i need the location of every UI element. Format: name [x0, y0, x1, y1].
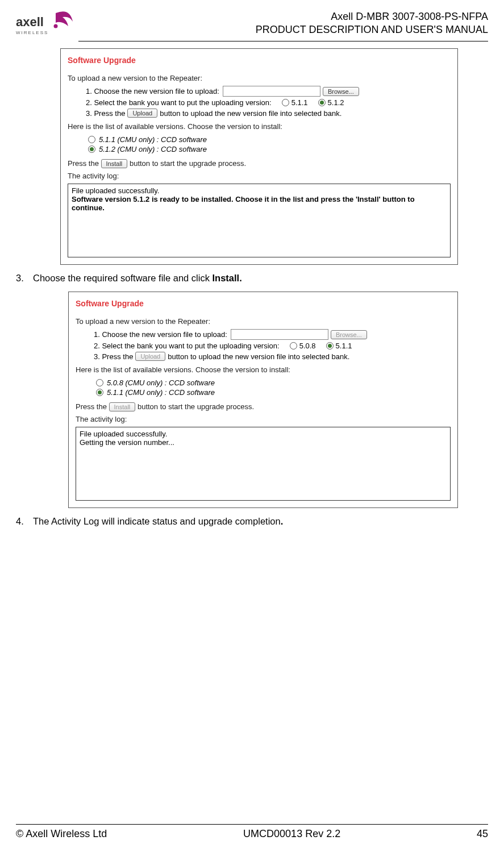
step-1-label: 1. Choose the new version file to upload…: [94, 330, 227, 339]
step-number: 3.: [16, 273, 33, 284]
step-3-pre: 3. Press the: [86, 109, 125, 118]
press-pre: Press the: [76, 402, 107, 411]
step-3-pre: 3. Press the: [94, 352, 133, 361]
browse-button[interactable]: Browse...: [323, 87, 359, 96]
svg-point-2: [54, 24, 58, 28]
bank-radio-b[interactable]: [326, 342, 334, 350]
svg-text:axell: axell: [16, 15, 44, 29]
doc-title: PRODUCT DESCRIPTION AND USER'S MANUAL: [256, 23, 488, 36]
version-list: 5.1.1 (CMU only) : CCD software 5.1.2 (C…: [88, 135, 451, 153]
version-radio[interactable]: [88, 136, 95, 143]
version-list: 5.0.8 (CMU only) : CCD software 5.1.1 (C…: [96, 378, 451, 397]
version-label: 5.1.1 (CMU only) : CCD software: [99, 135, 207, 144]
company-logo: axell WIRELESS: [16, 10, 76, 39]
install-button[interactable]: Install: [109, 402, 136, 411]
available-versions-text: Here is the list of available versions. …: [68, 122, 451, 131]
file-input[interactable]: [231, 329, 328, 340]
intro-text: To upload a new version to the Repeater:: [68, 74, 451, 82]
version-radio[interactable]: [96, 389, 103, 396]
header-text: Axell D-MBR 3007-3008-PS-NFPA PRODUCT DE…: [256, 10, 488, 37]
bank-a-label: 5.0.8: [299, 342, 316, 350]
step-2-row: 2. Select the bank you want to put the u…: [86, 98, 451, 107]
panel-title: Software Upgrade: [76, 299, 451, 308]
install-row: Press the Install button to start the up…: [68, 159, 451, 168]
header-rule: [78, 41, 488, 41]
step-number: 4.: [16, 516, 33, 527]
footer-left: © Axell Wireless Ltd: [16, 828, 107, 840]
step-3-post: button to upload the new version file in…: [168, 352, 349, 361]
step-text: Choose the required software file and cl…: [33, 273, 242, 284]
version-row: 5.0.8 (CMU only) : CCD software: [96, 378, 451, 387]
step-text: The Activity Log will indicate status an…: [33, 516, 283, 527]
upgrade-panel-1: Software Upgrade To upload a new version…: [60, 48, 458, 265]
step-2-label: 2. Select the bank you want to put the u…: [86, 98, 272, 107]
bank-radio-a[interactable]: [282, 99, 289, 106]
browse-button[interactable]: Browse...: [331, 330, 367, 339]
instruction-step-4: 4. The Activity Log will indicate status…: [16, 516, 488, 527]
bank-radio-b[interactable]: [318, 99, 326, 106]
axell-logo-icon: axell WIRELESS: [16, 10, 76, 39]
version-radio[interactable]: [96, 379, 103, 386]
doc-model: Axell D-MBR 3007-3008-PS-NFPA: [256, 10, 488, 23]
upgrade-panel-2: Software Upgrade To upload a new version…: [68, 292, 458, 508]
upload-button[interactable]: Upload: [135, 352, 165, 361]
upload-button[interactable]: Upload: [127, 109, 157, 118]
footer-right: 45: [477, 828, 488, 840]
activity-log: File uploaded successfully. Getting the …: [76, 427, 451, 501]
step-3-row: 3. Press the Upload button to upload the…: [86, 109, 451, 118]
bank-radio-a[interactable]: [290, 342, 297, 350]
version-row: 5.1.1 (CMU only) : CCD software: [88, 135, 451, 144]
press-pre: Press the: [68, 159, 99, 168]
version-label: 5.1.2 (CMU only) : CCD software: [99, 145, 207, 153]
press-post: button to start the upgrade process.: [138, 402, 254, 411]
bank-a-label: 5.1.1: [291, 98, 308, 107]
step-2-label: 2. Select the bank you want to put the u…: [94, 342, 280, 350]
footer-center: UMCD00013 Rev 2.2: [243, 828, 340, 840]
install-button[interactable]: Install: [101, 159, 128, 168]
log-line: File uploaded successfully.: [72, 186, 447, 195]
log-label: The activity log:: [76, 415, 451, 423]
log-line: File uploaded successfully.: [80, 430, 447, 438]
version-label: 5.0.8 (CMU only) : CCD software: [107, 378, 215, 387]
step-1-row: 1. Choose the new version file to upload…: [86, 86, 451, 97]
version-label: 5.1.1 (CMU only) : CCD software: [107, 388, 215, 397]
svg-text:WIRELESS: WIRELESS: [16, 30, 48, 35]
instruction-step-3: 3. Choose the required software file and…: [16, 273, 488, 284]
step-2-row: 2. Select the bank you want to put the u…: [94, 342, 451, 350]
bank-b-label: 5.1.2: [328, 98, 344, 107]
version-row: 5.1.2 (CMU only) : CCD software: [88, 145, 451, 153]
log-label: The activity log:: [68, 172, 451, 180]
bank-b-label: 5.1.1: [336, 342, 352, 350]
page-footer: © Axell Wireless Ltd UMCD00013 Rev 2.2 4…: [16, 824, 488, 840]
step-1-row: 1. Choose the new version file to upload…: [94, 329, 451, 340]
step-3-post: button to upload the new version file in…: [160, 109, 341, 118]
page-header: axell WIRELESS Axell D-MBR 3007-3008-PS-…: [16, 10, 488, 39]
step-3-row: 3. Press the Upload button to upload the…: [94, 352, 451, 361]
version-row: 5.1.1 (CMU only) : CCD software: [96, 388, 451, 397]
install-row: Press the Install button to start the up…: [76, 402, 451, 411]
file-input[interactable]: [223, 86, 320, 97]
available-versions-text: Here is the list of available versions. …: [76, 365, 451, 374]
activity-log: File uploaded successfully. Software ver…: [68, 184, 451, 257]
log-line: Getting the version number...: [80, 438, 447, 447]
intro-text: To upload a new version to the Repeater:: [76, 317, 451, 326]
log-line: Software version 5.1.2 is ready to be in…: [72, 195, 447, 212]
version-radio[interactable]: [88, 145, 95, 153]
step-1-label: 1. Choose the new version file to upload…: [86, 87, 219, 95]
press-post: button to start the upgrade process.: [130, 159, 246, 168]
panel-title: Software Upgrade: [68, 56, 451, 65]
